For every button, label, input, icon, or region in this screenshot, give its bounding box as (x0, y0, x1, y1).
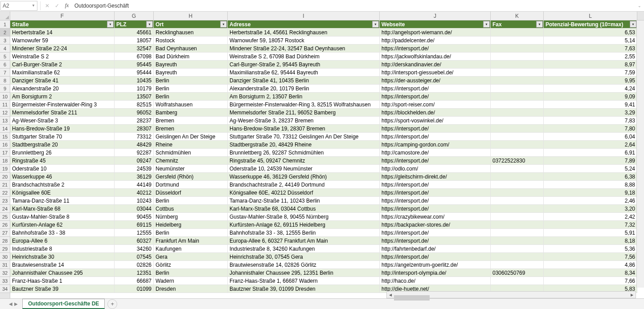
cell[interactable]: Bremen (154, 117, 228, 125)
select-all-corner[interactable] (0, 12, 10, 20)
cell[interactable]: 45661 (115, 28, 154, 37)
cell[interactable]: https://gleitschirm-direkt.de/ (380, 173, 491, 181)
row-header[interactable]: 11 (0, 101, 10, 109)
cell[interactable]: 5,91 (544, 229, 637, 237)
cell[interactable]: Franz-Haas-Straße 1, 66687 Wadern (228, 277, 380, 285)
cell[interactable]: 8,18 (544, 237, 637, 245)
cell[interactable]: Königsallee 60E (10, 189, 115, 197)
cell[interactable]: Brunnlettberg 26, 92287 Schmidmühlen (228, 149, 380, 157)
cell[interactable]: Bürgermeister-Finsterwalder-Ring 3 (10, 101, 115, 109)
row-header[interactable]: 13 (0, 117, 10, 125)
cell[interactable]: Am Borsigturm 2, 13507 Berlin (228, 93, 380, 101)
row-header[interactable]: 28 (0, 237, 10, 245)
cell[interactable]: Mindener Straße 22-24, 32547 Bad Oeynhau… (228, 45, 380, 53)
cell[interactable]: https://intersport.de/ (380, 237, 491, 245)
cell[interactable]: 10179 (115, 85, 154, 93)
cell[interactable]: Carl-Burger-Straße 2 (10, 61, 115, 69)
cell[interactable]: Hans-Bredow-Straße 19, 28307 Bremen (228, 125, 380, 133)
cell[interactable]: Alexanderstraße 20, 10179 Berlin (228, 85, 380, 93)
row-header[interactable]: 9 (0, 85, 10, 93)
cell[interactable]: Ringstraße 45 (10, 157, 115, 165)
cell[interactable]: 9,95 (544, 77, 637, 85)
cell[interactable]: 07545 (115, 253, 154, 261)
cell[interactable]: Stuttgarter Straße 70, 73312 Geislingen … (228, 133, 380, 141)
cell[interactable] (491, 117, 544, 125)
cell[interactable]: Stadtbergstraße 20 (10, 141, 115, 149)
cell[interactable] (491, 133, 544, 141)
scroll-thumb[interactable] (394, 295, 430, 301)
cell[interactable]: Berlin (154, 77, 228, 85)
cell[interactable]: Heinrichstraße 30, 07545 Gera (228, 253, 380, 261)
cell[interactable]: 10435 (115, 77, 154, 85)
cell[interactable]: https://intersport.de/ (380, 229, 491, 237)
cell[interactable]: 5,36 (544, 245, 637, 253)
cell[interactable]: Bautzner Straße 39 (10, 285, 115, 293)
cell[interactable]: http://fahrtenbedarf.de/ (380, 245, 491, 253)
cell[interactable]: Rheine (154, 141, 228, 149)
cell[interactable] (491, 197, 544, 205)
cell[interactable]: http://intersport-giessuebel.de/ (380, 69, 491, 77)
cell[interactable]: Kaufungen (154, 245, 228, 253)
vertical-scrollbar[interactable] (636, 20, 644, 288)
cell[interactable]: https://jackwolfskinlandau.de/ (380, 53, 491, 61)
cell[interactable]: Kurfürsten-Anlage 62, 69115 Heidelberg (228, 221, 380, 229)
cell[interactable]: Europa-Allee 6 (10, 237, 115, 245)
cell[interactable]: https://intersport.de/ (380, 253, 491, 261)
cell[interactable]: Bahnhofstraße 33 - 38, 12555 Berlin (228, 229, 380, 237)
cell[interactable]: http://derskandinavier.de/ (380, 61, 491, 69)
filter-dropdown-icon[interactable]: ▼ (372, 21, 379, 28)
col-header-L[interactable]: L (544, 12, 637, 20)
cell[interactable]: Cottbus (154, 205, 228, 213)
cell[interactable] (491, 37, 544, 45)
cell[interactable]: Oderstraße 10, 24539 Neumünster (228, 165, 380, 173)
cell[interactable] (491, 205, 544, 213)
cell[interactable]: http://intersport-olympia.de/ (380, 269, 491, 277)
cell[interactable]: 6,53 (544, 28, 637, 37)
cell[interactable]: https://intersport.de/ (380, 197, 491, 205)
cell[interactable]: Neumünster (154, 165, 228, 173)
cell[interactable]: Chemnitz (154, 157, 228, 165)
row-header[interactable]: 19 (0, 165, 10, 173)
cell[interactable]: Industriestraße 8, 34260 Kaufungen (228, 245, 380, 253)
cell[interactable]: Dortmund (154, 181, 228, 189)
cell[interactable]: Karl-Marx-Straße 68, 03044 Cottbus (228, 205, 380, 213)
filter-dropdown-icon[interactable]: ▼ (146, 21, 153, 28)
cell[interactable] (491, 173, 544, 181)
cell[interactable]: 9,18 (544, 189, 637, 197)
cell[interactable] (491, 45, 544, 53)
cell[interactable]: Maximilianstraße 62, 95444 Bayreuth (228, 69, 380, 77)
sheet-tab-active[interactable]: Outdoorsport-Geschäfte DE (22, 299, 105, 309)
cell[interactable]: 2,42 (544, 213, 637, 221)
cell[interactable]: 09247 (115, 157, 154, 165)
cancel-icon[interactable]: ✕ (42, 3, 52, 9)
cell[interactable]: Gersfeld (Rhön) (154, 173, 228, 181)
row-header[interactable]: 5 (0, 53, 10, 61)
cell[interactable]: Herbertstraße 14, 45661 Recklinghausen (228, 28, 380, 37)
cell[interactable]: Ringstraße 45, 09247 Chemnitz (228, 157, 380, 165)
cell[interactable]: Mindener Straße 22-24 (10, 45, 115, 53)
cell[interactable]: 90455 (115, 213, 154, 221)
cell[interactable]: Stadtbergstraße 20, 48429 Rheine (228, 141, 380, 149)
cell[interactable]: 18057 (115, 37, 154, 45)
row-header[interactable]: 8 (0, 77, 10, 85)
cell[interactable]: https://intersport.de/ (380, 205, 491, 213)
cell[interactable] (491, 28, 544, 37)
filter-dropdown-icon[interactable]: ▼ (483, 21, 490, 28)
cell[interactable]: Bürgermeister-Finsterwalder-Ring 3, 8251… (228, 101, 380, 109)
cell[interactable]: 3,20 (544, 205, 637, 213)
cell[interactable]: Bremen (154, 125, 228, 133)
cell[interactable]: Dresden (154, 285, 228, 293)
cell[interactable]: Gustav-Mahler-Straße 8, 90455 Nürnberg (228, 213, 380, 221)
cell[interactable]: https://intersport.de/ (380, 133, 491, 141)
cell[interactable]: Heidelberg (154, 221, 228, 229)
cell[interactable]: Brandschachtstraße 2, 44149 Dortmund (228, 181, 380, 189)
cell[interactable]: Danziger Straße 41 (10, 77, 115, 85)
cell[interactable]: 95444 (115, 69, 154, 77)
cell[interactable]: https://camping-gordon.com/ (380, 141, 491, 149)
cell[interactable] (491, 237, 544, 245)
cell[interactable]: 24539 (115, 165, 154, 173)
cell[interactable] (491, 125, 544, 133)
cell[interactable]: Hans-Bredow-Straße 19 (10, 125, 115, 133)
cell[interactable]: Johannisthaler Chaussee 295 (10, 269, 115, 277)
cell[interactable]: 12351 (115, 269, 154, 277)
